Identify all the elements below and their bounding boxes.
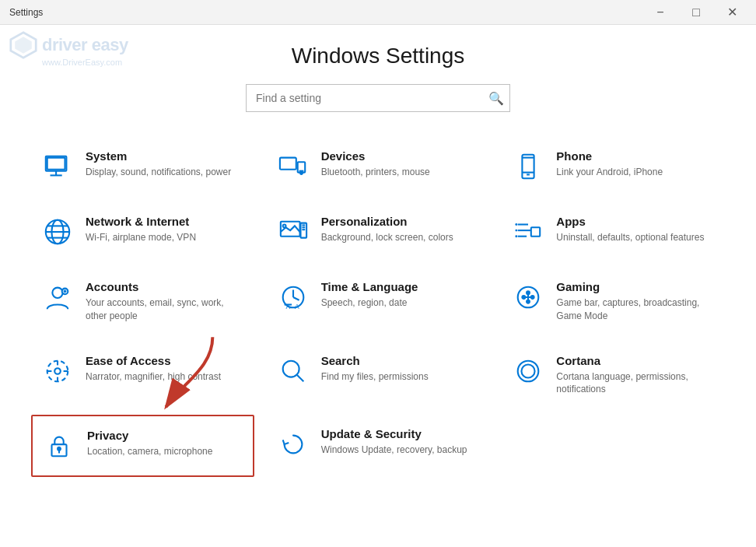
setting-item-phone[interactable]: PhoneLink your Android, iPhone — [502, 137, 725, 196]
setting-item-accounts[interactable]: AccountsYour accounts, email, sync, work… — [31, 268, 254, 335]
accounts-icon — [40, 280, 75, 314]
setting-item-ease[interactable]: Ease of AccessNarrator, magnifier, high … — [31, 342, 254, 409]
personalization-name: Personalization — [321, 215, 481, 228]
svg-point-58 — [522, 364, 535, 377]
brand-url: www.DriverEasy.com — [42, 58, 122, 67]
privacy-icon — [42, 429, 76, 463]
svg-point-60 — [58, 447, 61, 451]
setting-item-gaming[interactable]: GamingGame bar, captures, broadcasting, … — [502, 268, 725, 335]
svg-line-56 — [296, 374, 303, 381]
ease-desc: Narrator, magnifier, high contrast — [86, 370, 245, 384]
watermark-logo: driver easy www.DriverEasy.com — [9, 31, 128, 67]
setting-item-personalization[interactable]: PersonalizationBackground, lock screen, … — [267, 202, 490, 261]
svg-point-55 — [282, 360, 299, 377]
maximize-button[interactable]: □ — [678, 0, 714, 25]
svg-rect-6 — [280, 158, 296, 170]
devices-name: Devices — [321, 149, 481, 163]
update-icon — [276, 427, 310, 461]
system-desc: Display, sound, notifications, power — [86, 166, 245, 179]
personalization-desc: Background, lock screen, colors — [321, 231, 481, 244]
apps-icon — [511, 215, 545, 249]
gaming-desc: Game bar, captures, broadcasting, Game M… — [556, 296, 716, 323]
personalization-icon — [276, 215, 310, 249]
setting-item-search[interactable]: SearchFind my files, permissions — [267, 342, 490, 409]
system-icon — [40, 149, 75, 184]
page-title: Windows Settings — [31, 44, 725, 68]
svg-point-54 — [54, 368, 61, 374]
devices-icon — [276, 149, 310, 184]
search-wrapper: 🔍 — [246, 84, 510, 112]
main-content: Windows Settings 🔍 SystemDisplay, sound,… — [0, 25, 756, 547]
time-icon: A A — [276, 280, 310, 314]
setting-item-update[interactable]: Update & SecurityWindows Update, recover… — [267, 415, 490, 477]
devices-desc: Bluetooth, printers, mouse — [321, 166, 481, 179]
time-desc: Speech, region, date — [321, 296, 481, 310]
settings-grid: SystemDisplay, sound, notifications, pow… — [31, 137, 725, 477]
close-button[interactable]: ✕ — [714, 0, 750, 25]
accounts-name: Accounts — [86, 280, 245, 293]
search-icon — [276, 354, 310, 388]
svg-point-32 — [52, 288, 62, 298]
svg-line-38 — [293, 297, 299, 300]
cortana-name: Cortana — [556, 354, 716, 367]
svg-rect-31 — [531, 227, 540, 236]
network-icon — [40, 215, 75, 249]
setting-item-apps[interactable]: AppsUninstall, defaults, optional featur… — [502, 202, 725, 261]
system-name: System — [86, 149, 245, 163]
window-controls: − □ ✕ — [642, 0, 750, 25]
setting-item-network[interactable]: Network & InternetWi-Fi, airplane mode, … — [31, 202, 254, 261]
svg-point-20 — [282, 225, 285, 228]
svg-text:A: A — [295, 303, 299, 310]
network-name: Network & Internet — [86, 215, 245, 228]
minimize-button[interactable]: − — [642, 0, 678, 25]
setting-item-privacy[interactable]: PrivacyLocation, camera, microphone — [31, 415, 254, 477]
setting-item-system[interactable]: SystemDisplay, sound, notifications, pow… — [31, 137, 254, 196]
phone-name: Phone — [556, 149, 716, 163]
svg-point-9 — [300, 172, 303, 174]
phone-icon — [511, 149, 545, 184]
window-title: Settings — [9, 7, 43, 18]
setting-item-time[interactable]: A A Time & LanguageSpeech, region, date — [267, 268, 490, 335]
update-name: Update & Security — [321, 427, 481, 440]
privacy-name: Privacy — [87, 429, 243, 442]
update-desc: Windows Update, recovery, backup — [321, 444, 481, 457]
accounts-desc: Your accounts, email, sync, work, other … — [86, 296, 245, 323]
ease-name: Ease of Access — [86, 354, 245, 367]
search-bar: 🔍 — [31, 84, 725, 112]
gaming-name: Gaming — [556, 280, 716, 293]
apps-name: Apps — [556, 215, 716, 228]
time-name: Time & Language — [321, 280, 481, 293]
search-input[interactable] — [246, 84, 510, 112]
setting-item-devices[interactable]: DevicesBluetooth, printers, mouse — [267, 137, 490, 196]
phone-desc: Link your Android, iPhone — [556, 166, 716, 179]
privacy-desc: Location, camera, microphone — [87, 445, 243, 458]
network-desc: Wi-Fi, airplane mode, VPN — [86, 231, 245, 244]
apps-desc: Uninstall, defaults, optional features — [556, 231, 716, 244]
ease-icon — [40, 354, 75, 388]
titlebar: Settings − □ ✕ — [0, 0, 756, 25]
brand-name: driver easy — [42, 35, 128, 55]
search-desc: Find my files, permissions — [321, 370, 481, 384]
setting-item-cortana[interactable]: CortanaCortana language, permissions, no… — [502, 342, 725, 409]
svg-rect-5 — [47, 158, 65, 170]
gaming-icon — [511, 280, 545, 314]
svg-marker-1 — [15, 37, 32, 54]
search-icon-button[interactable]: 🔍 — [488, 91, 504, 106]
search-name: Search — [321, 354, 481, 367]
cortana-icon — [511, 354, 545, 388]
cortana-desc: Cortana language, permissions, notificat… — [556, 370, 716, 397]
